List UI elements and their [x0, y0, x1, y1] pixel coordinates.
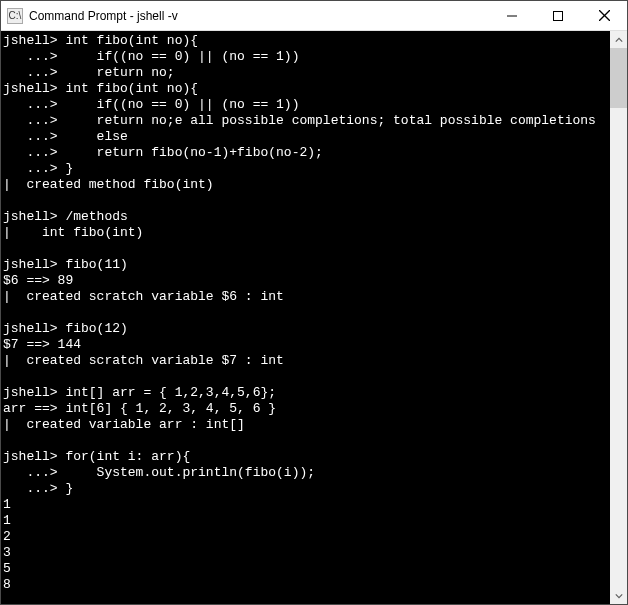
terminal-output[interactable]: jshell> int fibo(int no){ ...> if((no ==… [1, 31, 610, 604]
scrollbar-up-button[interactable] [610, 31, 627, 48]
app-icon: C:\ [7, 8, 23, 24]
terminal-area: jshell> int fibo(int no){ ...> if((no ==… [1, 31, 627, 604]
scrollbar-track[interactable] [610, 48, 627, 587]
window-controls [489, 1, 627, 31]
maximize-icon [553, 11, 563, 21]
titlebar[interactable]: C:\ Command Prompt - jshell -v [1, 1, 627, 31]
close-button[interactable] [581, 1, 627, 31]
maximize-button[interactable] [535, 1, 581, 31]
scrollbar-thumb[interactable] [610, 48, 627, 108]
chevron-up-icon [615, 36, 623, 44]
chevron-down-icon [615, 592, 623, 600]
window-title: Command Prompt - jshell -v [29, 9, 489, 23]
minimize-button[interactable] [489, 1, 535, 31]
command-prompt-window: C:\ Command Prompt - jshell -v jshell> i… [0, 0, 628, 605]
svg-rect-1 [554, 11, 563, 20]
vertical-scrollbar[interactable] [610, 31, 627, 604]
minimize-icon [507, 11, 517, 21]
scrollbar-down-button[interactable] [610, 587, 627, 604]
close-icon [599, 10, 610, 21]
